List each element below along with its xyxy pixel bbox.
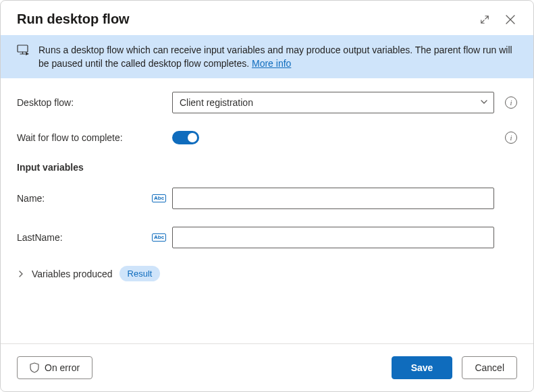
toggle-knob	[188, 133, 197, 142]
input-variables-heading: Input variables	[17, 162, 517, 173]
info-bar: Runs a desktop flow which can receive in…	[1, 35, 533, 78]
desktop-flow-label: Desktop flow:	[17, 97, 152, 108]
variables-produced-label[interactable]: Variables produced	[32, 269, 113, 279]
desktop-flow-icon	[17, 45, 30, 60]
svg-rect-0	[18, 45, 28, 52]
name-input[interactable]	[172, 188, 494, 209]
on-error-label: On error	[45, 362, 80, 373]
info-bar-text-container: Runs a desktop flow which can receive in…	[38, 43, 517, 70]
desktop-flow-row: Desktop flow: Client registration i	[17, 92, 517, 113]
chevron-down-icon	[480, 97, 488, 108]
chevron-right-icon[interactable]	[17, 270, 25, 278]
run-desktop-flow-dialog: Run desktop flow Runs a desktop flow whi…	[0, 0, 534, 392]
result-pill[interactable]: Result	[119, 266, 161, 281]
desktop-flow-select[interactable]: Client registration	[172, 92, 494, 113]
close-icon[interactable]	[504, 13, 517, 26]
dialog-title: Run desktop flow	[17, 11, 130, 27]
text-type-icon: Abc	[152, 194, 166, 202]
desktop-flow-info-icon[interactable]: i	[505, 96, 517, 109]
dialog-header: Run desktop flow	[1, 1, 533, 35]
variables-produced-row: Variables produced Result	[17, 266, 517, 281]
on-error-button[interactable]: On error	[17, 356, 92, 379]
more-info-link[interactable]: More info	[252, 58, 291, 69]
input-var-label: LastName:	[17, 232, 152, 243]
input-var-row: Name: Abc	[17, 188, 517, 209]
save-button[interactable]: Save	[392, 356, 453, 379]
wait-flow-label: Wait for flow to complete:	[17, 132, 152, 143]
cancel-button[interactable]: Cancel	[462, 356, 517, 379]
dialog-body: Desktop flow: Client registration i Wait…	[1, 78, 533, 343]
text-type-icon: Abc	[152, 233, 166, 242]
input-var-row: LastName: Abc	[17, 227, 517, 248]
wait-flow-toggle[interactable]	[172, 131, 199, 144]
footer-right-actions: Save Cancel	[392, 356, 517, 379]
input-var-label: Name:	[17, 193, 152, 204]
expand-icon[interactable]	[478, 13, 491, 26]
wait-flow-row: Wait for flow to complete: i	[17, 131, 517, 144]
header-actions	[478, 13, 517, 26]
lastname-input[interactable]	[172, 227, 494, 248]
shield-icon	[30, 362, 39, 373]
dialog-footer: On error Save Cancel	[1, 343, 533, 391]
wait-flow-info-icon[interactable]: i	[505, 132, 517, 144]
desktop-flow-selected-value: Client registration	[180, 97, 253, 108]
